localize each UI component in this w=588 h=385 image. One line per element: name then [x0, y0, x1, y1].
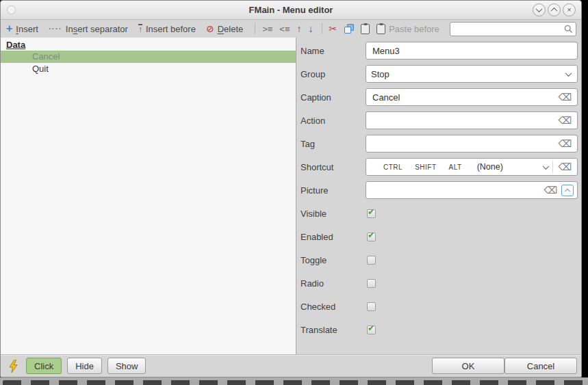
indent-button[interactable]: >≡ [262, 25, 272, 34]
cancel-button[interactable]: Cancel [504, 358, 577, 374]
check-icon: ✔ [368, 207, 374, 217]
event-show-button[interactable]: Show [107, 358, 146, 374]
paste-icon [361, 24, 370, 34]
move-up-button[interactable]: ↑ [297, 24, 302, 34]
unindent-button[interactable]: <≡ [279, 25, 290, 34]
checked-row: Checked ✔ [301, 297, 578, 316]
toolbar-separator [322, 23, 322, 34]
browse-picture-button[interactable] [561, 185, 574, 196]
tag-input[interactable] [371, 138, 556, 150]
visible-checkbox[interactable]: ✔ [367, 209, 376, 218]
search-icon [564, 25, 573, 34]
delete-label: Delete [218, 24, 244, 34]
indent-icon: >≡ [262, 25, 272, 34]
toolbar: + Insert ···· Insert separator ↑ Insert … [1, 20, 581, 38]
event-click-button[interactable]: Click [26, 358, 62, 374]
delete-button[interactable]: ⊘ Delete [206, 24, 243, 34]
translate-row: Translate ✔ [301, 320, 578, 339]
maximize-button[interactable] [548, 3, 561, 16]
window-icon [7, 5, 16, 14]
shift-toggle[interactable]: SHIFT [415, 163, 436, 171]
name-label: Name [301, 46, 366, 56]
arrow-up-icon: ↑ [297, 24, 302, 34]
tag-row: Tag ⌫ [301, 134, 578, 153]
cut-button[interactable]: ✂ [329, 24, 337, 34]
tree-item-quit[interactable]: Quit [1, 63, 296, 75]
insert-label: Insert [16, 24, 38, 34]
toggle-checkbox[interactable]: ✔ [367, 256, 376, 265]
unindent-icon: <≡ [279, 25, 290, 34]
paste-button[interactable] [361, 23, 370, 34]
check-icon: ✔ [368, 230, 374, 240]
copy-button[interactable] [344, 24, 354, 34]
search-input[interactable] [455, 23, 564, 34]
clear-icon[interactable]: ⌫ [556, 92, 574, 102]
visible-label: Visible [301, 209, 366, 219]
scissors-icon: ✂ [329, 24, 337, 34]
checked-checkbox[interactable]: ✔ [367, 302, 376, 311]
translate-label: Translate [301, 325, 366, 335]
insert-before-label: Insert before [146, 24, 196, 34]
titlebar[interactable]: FMain - Menu editor × [1, 1, 581, 20]
clear-icon[interactable]: ⌫ [556, 139, 574, 148]
picture-input[interactable] [371, 185, 541, 196]
radio-checkbox[interactable]: ✔ [367, 279, 376, 288]
visible-row: Visible ✔ [301, 204, 578, 223]
name-input[interactable] [371, 45, 574, 57]
name-row: Name [301, 41, 578, 60]
chevron-down-icon[interactable] [543, 163, 550, 170]
separator-dots-icon: ···· [49, 25, 62, 33]
clear-icon[interactable]: ⌫ [541, 185, 559, 195]
copy-icon [344, 24, 354, 34]
enabled-checkbox[interactable]: ✔ [367, 233, 376, 241]
insert-button[interactable]: + Insert [6, 23, 38, 34]
close-icon: × [567, 6, 571, 14]
search-box [450, 22, 576, 36]
arrow-down-icon: ↓ [309, 24, 314, 34]
insert-separator-button[interactable]: ···· Insert separator [49, 24, 128, 34]
group-label: Group [301, 69, 366, 79]
enabled-row: Enabled ✔ [301, 227, 578, 246]
check-icon: ✔ [368, 323, 374, 333]
ok-button[interactable]: OK [432, 358, 504, 374]
close-button[interactable]: × [563, 3, 576, 16]
minimize-button[interactable] [533, 3, 546, 16]
group-select[interactable]: Stop [366, 65, 578, 83]
toggle-label: Toggle [301, 255, 366, 265]
action-input[interactable] [371, 115, 556, 127]
caption-label: Caption [301, 92, 366, 103]
menu-tree-panel: Data Cancel Quit [1, 38, 296, 354]
tree-root[interactable]: Data [1, 38, 296, 51]
move-down-button[interactable]: ↓ [309, 24, 314, 34]
event-hide-button[interactable]: Hide [67, 358, 102, 374]
caption-input[interactable] [371, 92, 556, 103]
clear-icon[interactable]: ⌫ [556, 116, 574, 125]
radio-label: Radio [301, 278, 366, 289]
shortcut-row: Shortcut CTRL SHIFT ALT (None) ⌫ [301, 157, 578, 176]
checked-label: Checked [301, 302, 366, 312]
action-row: Action ⌫ [301, 111, 578, 130]
radio-row: Radio ✔ [301, 274, 578, 293]
footer-bar: Click Hide Show OK Cancel [1, 354, 581, 377]
chevron-up-icon [551, 8, 558, 14]
properties-panel: Name Group Stop Caption ⌫ Action [296, 38, 581, 354]
paste-before-button[interactable]: Paste before [376, 23, 439, 34]
tag-label: Tag [301, 139, 366, 149]
caption-row: Caption ⌫ [301, 88, 578, 107]
no-entry-icon: ⊘ [206, 24, 214, 34]
insert-before-button[interactable]: ↑ Insert before [138, 24, 196, 34]
tree-item-cancel[interactable]: Cancel [1, 51, 296, 63]
action-label: Action [301, 116, 366, 126]
event-bolt-icon [9, 360, 18, 373]
chevron-down-icon [565, 70, 572, 77]
toolbar-separator [255, 23, 255, 34]
shortcut-control: CTRL SHIFT ALT (None) ⌫ [366, 158, 578, 176]
enabled-label: Enabled [301, 232, 366, 242]
ctrl-toggle[interactable]: CTRL [383, 163, 402, 171]
alt-toggle[interactable]: ALT [449, 163, 462, 171]
shortcut-key-select[interactable]: (None) [477, 162, 503, 172]
translate-checkbox[interactable]: ✔ [367, 326, 376, 334]
clear-icon[interactable]: ⌫ [556, 162, 574, 172]
picture-label: Picture [301, 185, 366, 196]
taskbar-strip [0, 377, 588, 385]
